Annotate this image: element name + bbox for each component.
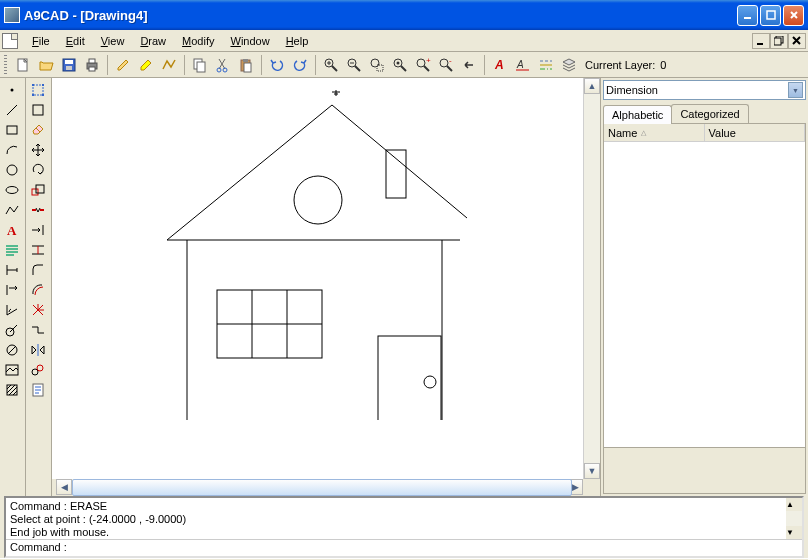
modify-toolbar xyxy=(26,78,52,496)
minimize-button[interactable] xyxy=(737,5,758,26)
chevron-down-icon[interactable]: ▼ xyxy=(788,82,803,98)
rotate-icon[interactable] xyxy=(27,160,49,180)
mtext-tool-icon[interactable] xyxy=(1,240,23,260)
document-icon xyxy=(2,33,18,49)
mirror-icon[interactable] xyxy=(27,340,49,360)
dim-style-icon[interactable]: A xyxy=(512,54,534,76)
menu-modify[interactable]: Modify xyxy=(174,33,222,49)
select-window-icon[interactable] xyxy=(27,100,49,120)
open-icon[interactable] xyxy=(35,54,57,76)
zoom-window-icon[interactable] xyxy=(366,54,388,76)
offset-icon[interactable] xyxy=(27,280,49,300)
command-input[interactable]: Command : xyxy=(6,540,802,556)
undo-icon[interactable] xyxy=(266,54,288,76)
svg-rect-18 xyxy=(244,63,251,72)
ellipse-tool-icon[interactable] xyxy=(1,180,23,200)
fillet-icon[interactable] xyxy=(27,260,49,280)
svg-point-34 xyxy=(6,187,18,194)
mdi-close-button[interactable] xyxy=(788,33,806,49)
current-layer-value: 0 xyxy=(660,59,666,71)
save-icon[interactable] xyxy=(58,54,80,76)
properties-icon[interactable] xyxy=(27,380,49,400)
col-name[interactable]: Name△ xyxy=(604,124,705,141)
menu-file[interactable]: File xyxy=(24,33,58,49)
move-icon[interactable] xyxy=(27,140,49,160)
scale-icon[interactable] xyxy=(27,180,49,200)
point-tool-icon[interactable] xyxy=(1,80,23,100)
redo-icon[interactable] xyxy=(289,54,311,76)
circle-tool-icon[interactable] xyxy=(1,160,23,180)
property-grid[interactable]: Name△ Value xyxy=(603,123,806,494)
text-style-a-icon[interactable]: A xyxy=(489,54,511,76)
menu-window[interactable]: Window xyxy=(222,33,277,49)
cmd-scroll-down-icon[interactable]: ▼ xyxy=(786,526,802,539)
scroll-up-icon[interactable]: ▲ xyxy=(584,78,600,94)
dim-radius-icon[interactable] xyxy=(1,320,23,340)
print-icon[interactable] xyxy=(81,54,103,76)
trim-icon[interactable] xyxy=(27,240,49,260)
close-button[interactable] xyxy=(783,5,804,26)
svg-point-21 xyxy=(371,59,379,67)
cmd-scroll-up-icon[interactable]: ▲ xyxy=(786,498,802,511)
menu-view[interactable]: View xyxy=(93,33,133,49)
join-icon[interactable] xyxy=(27,320,49,340)
svg-rect-46 xyxy=(32,189,38,195)
zoom-realtime-in-icon[interactable]: + xyxy=(412,54,434,76)
dim-diameter-icon[interactable] xyxy=(1,340,23,360)
menu-help[interactable]: Help xyxy=(278,33,317,49)
object-type-combo[interactable]: Dimension ▼ xyxy=(603,80,806,100)
canvas-vscroll[interactable]: ▲ ▼ xyxy=(583,78,600,479)
rectangle-tool-icon[interactable] xyxy=(1,120,23,140)
arc-tool-icon[interactable] xyxy=(1,140,23,160)
extend-icon[interactable] xyxy=(27,220,49,240)
canvas-hscroll[interactable]: ◀ ▶ xyxy=(56,479,583,496)
mdi-minimize-button[interactable] xyxy=(752,33,770,49)
zoom-previous-icon[interactable] xyxy=(458,54,480,76)
erase-icon[interactable] xyxy=(27,120,49,140)
zoom-realtime-out-icon[interactable]: - xyxy=(435,54,457,76)
polyline-icon[interactable] xyxy=(158,54,180,76)
hatch-tool-icon[interactable] xyxy=(1,380,23,400)
linetype-icon[interactable] xyxy=(535,54,557,76)
pencil-tool-icon[interactable] xyxy=(112,54,134,76)
image-tool-icon[interactable] xyxy=(1,360,23,380)
drawing-canvas[interactable] xyxy=(52,78,583,479)
toolbar-grip[interactable] xyxy=(4,55,7,75)
highlight-tool-icon[interactable] xyxy=(135,54,157,76)
break-icon[interactable] xyxy=(27,200,49,220)
zoom-in-icon[interactable] xyxy=(320,54,342,76)
paste-icon[interactable] xyxy=(235,54,257,76)
new-icon[interactable] xyxy=(12,54,34,76)
dim-linear-icon[interactable] xyxy=(1,260,23,280)
command-history[interactable]: Command : ERASE Select at point : (-24.0… xyxy=(6,498,802,540)
cut-icon[interactable] xyxy=(212,54,234,76)
dim-aligned-icon[interactable] xyxy=(1,280,23,300)
copy-icon[interactable] xyxy=(189,54,211,76)
col-value[interactable]: Value xyxy=(705,124,806,141)
tab-alphabetic[interactable]: Alphabetic xyxy=(603,105,672,124)
svg-text:+: + xyxy=(426,57,431,65)
explode-icon[interactable] xyxy=(27,300,49,320)
prop-tabs: Alphabetic Categorized xyxy=(603,102,806,124)
svg-rect-32 xyxy=(7,126,17,134)
copy-tool-icon[interactable] xyxy=(27,360,49,380)
zoom-out-icon[interactable] xyxy=(343,54,365,76)
dim-angular-icon[interactable] xyxy=(1,300,23,320)
menu-draw[interactable]: Draw xyxy=(132,33,174,49)
text-tool-icon[interactable]: A xyxy=(1,220,23,240)
svg-point-25 xyxy=(417,59,425,67)
svg-rect-40 xyxy=(33,85,43,95)
scroll-down-icon[interactable]: ▼ xyxy=(584,463,600,479)
layer-icon[interactable] xyxy=(558,54,580,76)
mdi-restore-button[interactable] xyxy=(770,33,788,49)
select-icon[interactable] xyxy=(27,80,49,100)
polyline-tool-icon[interactable] xyxy=(1,200,23,220)
svg-point-33 xyxy=(7,165,17,175)
menu-edit[interactable]: Edit xyxy=(58,33,93,49)
scroll-left-icon[interactable]: ◀ xyxy=(56,479,72,495)
maximize-button[interactable] xyxy=(760,5,781,26)
tab-categorized[interactable]: Categorized xyxy=(671,104,748,123)
zoom-extents-icon[interactable] xyxy=(389,54,411,76)
hscroll-thumb[interactable] xyxy=(72,479,572,496)
line-tool-icon[interactable] xyxy=(1,100,23,120)
